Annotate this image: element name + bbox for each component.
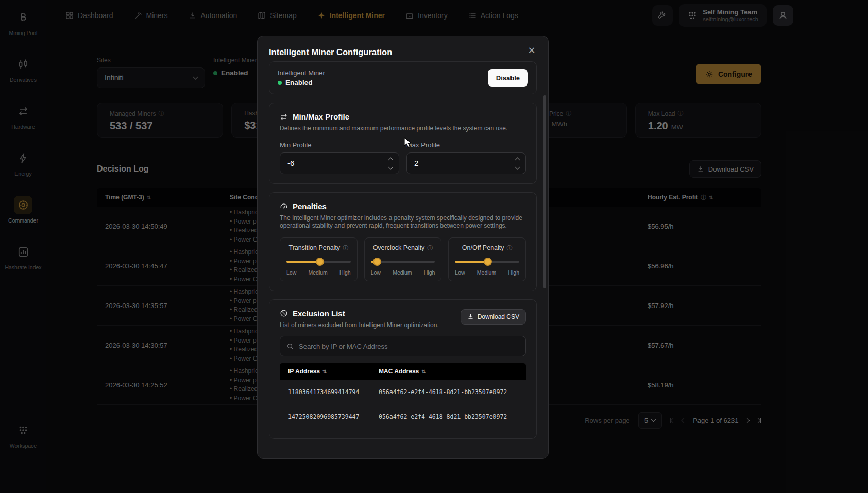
slash-circle-icon: [280, 309, 288, 317]
transition-penalty-card: Transition Penaltyⓘ LowMediumHigh: [280, 237, 358, 281]
transition-penalty-slider[interactable]: [286, 258, 351, 266]
slider-knob[interactable]: [316, 258, 324, 266]
min-profile-input[interactable]: -6: [280, 152, 399, 174]
exclusion-download-csv-button[interactable]: Download CSV: [461, 309, 526, 325]
column-header-mac[interactable]: MAC Address⇅: [379, 368, 526, 375]
chevron-down-icon: [388, 164, 394, 169]
exclusion-list-section: Exclusion List List of miners excluded f…: [269, 299, 537, 439]
exclusion-table: IP Address⇅ MAC Address⇅ 118036417346994…: [280, 363, 526, 429]
step-up-button[interactable]: [388, 156, 394, 163]
section-description: The Intelligent Miner optimizer includes…: [280, 214, 526, 230]
row-ip: 14725082096985739447: [280, 413, 379, 420]
penalties-section: Penalties The Intelligent Miner optimize…: [269, 192, 537, 291]
exclusion-search: [280, 336, 526, 356]
min-profile-label: Min Profile: [280, 141, 399, 149]
status-dot: [278, 81, 282, 85]
gauge-icon: [280, 202, 288, 210]
max-profile-input[interactable]: 2: [406, 152, 526, 174]
slider-knob[interactable]: [373, 258, 381, 266]
chevron-up-icon: [515, 157, 520, 162]
section-title: Exclusion List: [293, 309, 345, 318]
step-down-button[interactable]: [388, 166, 394, 170]
step-up-button[interactable]: [515, 156, 520, 163]
onoff-penalty-card: On/Off Penaltyⓘ LowMediumHigh: [448, 237, 526, 281]
info-icon: ⓘ: [427, 244, 433, 252]
search-input[interactable]: [299, 343, 519, 350]
close-icon[interactable]: ✕: [525, 44, 538, 57]
info-icon: ⓘ: [507, 244, 513, 252]
status-card-value: Enabled: [278, 79, 325, 87]
section-title: Penalties: [293, 202, 327, 211]
exchange-icon: [280, 113, 288, 121]
status-card-label: Intelligent Miner: [278, 69, 325, 77]
modal-scrollbar[interactable]: [543, 95, 546, 288]
column-header-ip[interactable]: IP Address⇅: [280, 368, 379, 375]
slider-knob[interactable]: [484, 258, 492, 266]
status-card: Intelligent Miner Enabled Disable: [269, 61, 537, 94]
chevron-down-icon: [515, 164, 520, 169]
row-ip: 11803641734699414794: [280, 388, 379, 396]
step-down-button[interactable]: [515, 166, 520, 170]
modal-title: Intelligent Miner Configuration: [269, 47, 537, 57]
max-profile-label: Max Profile: [406, 141, 526, 149]
section-description: Defines the minimum and maximum performa…: [280, 125, 526, 133]
section-title: Min/Max Profile: [293, 112, 349, 121]
exclusion-row: 11803641734699414794 056a4f62-e2f4-4618-…: [280, 380, 526, 404]
info-icon: ⓘ: [343, 244, 348, 252]
download-icon: [467, 313, 474, 320]
overclock-penalty-slider[interactable]: [371, 258, 435, 266]
row-mac: 056a4f62-e2f4-4618-8d21-bb23507e0972: [379, 413, 526, 420]
overclock-penalty-card: Overclock Penaltyⓘ LowMediumHigh: [364, 237, 442, 281]
section-description: List of miners excluded from Intelligent…: [280, 321, 439, 330]
minmax-profile-section: Min/Max Profile Defines the minimum and …: [269, 103, 537, 184]
search-icon: [286, 343, 294, 350]
intelligent-miner-config-modal: Intelligent Miner Configuration ✕ Intell…: [257, 36, 549, 459]
sort-icon: ⇅: [421, 369, 426, 375]
chevron-up-icon: [388, 157, 394, 162]
exclusion-row: 14725082096985739447 056a4f62-e2f4-4618-…: [280, 404, 526, 429]
disable-button[interactable]: Disable: [488, 69, 528, 87]
sort-icon: ⇅: [322, 369, 327, 375]
onoff-penalty-slider[interactable]: [455, 258, 519, 266]
row-mac: 056a4f62-e2f4-4618-8d21-bb23507e0972: [379, 388, 526, 396]
